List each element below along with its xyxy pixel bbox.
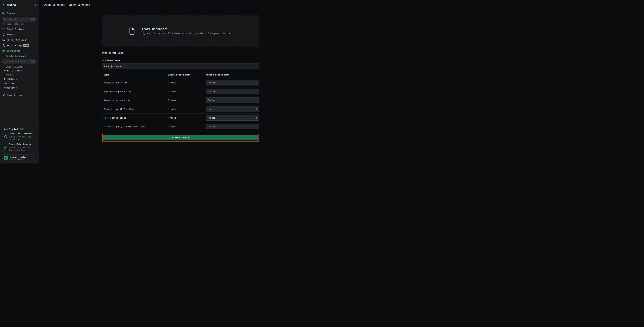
- monitor-icon: [2, 39, 5, 42]
- dashboard-item-nodejs-traces[interactable]: Node.js traces: [0, 68, 39, 73]
- preset-item-kubernetes[interactable]: Kubernetes: [0, 86, 39, 90]
- select-chevrons-icon: [256, 108, 258, 110]
- alerts-label: Alerts: [6, 33, 15, 36]
- row-mapped-cell: Traces: [204, 124, 259, 130]
- row-name: Requests by HTTP method: [102, 108, 166, 110]
- row-mapped-cell: Traces: [204, 115, 259, 120]
- saved-dashboards-input[interactable]: [7, 60, 30, 63]
- breadcrumb[interactable]: Create Dashboard > Import Dashboard: [44, 4, 90, 6]
- saved-searches-input[interactable]: [7, 18, 30, 20]
- sidebar-item-search[interactable]: Search: [0, 10, 39, 16]
- chevron-right-icon: [33, 157, 35, 159]
- search-section-icon: [2, 12, 5, 14]
- no-saved-searches-text: No saved searches: [0, 22, 39, 26]
- chevron-up-icon[interactable]: [32, 128, 35, 130]
- mapped-source-select[interactable]: Traces: [206, 80, 259, 86]
- get-started-item-connect[interactable]: Connect to ClickHouse Set up your databa…: [4, 132, 35, 141]
- row-mapped-cell: Traces: [204, 89, 259, 94]
- preset-item-services[interactable]: Services: [0, 81, 39, 86]
- select-chevrons-icon: [256, 99, 258, 102]
- gear-icon: [2, 94, 5, 96]
- sidebar-item-client-sessions[interactable]: Client Sessions: [0, 37, 39, 43]
- saved-dashboards-header[interactable]: SAVED DASHBOARDS: [0, 65, 39, 68]
- get-started-item-desc: Configure where your data comes from: [8, 146, 35, 152]
- check-circle-icon: [4, 146, 7, 149]
- saved-dashboards-search[interactable]: ⌘ K: [2, 59, 37, 64]
- avatar: D: [4, 156, 8, 160]
- column-header-name: Name: [102, 73, 166, 78]
- saved-dashboards-header-label: SAVED DASHBOARDS: [6, 66, 24, 68]
- app-title: HyperDX: [6, 4, 16, 6]
- user-email: dominic.tran@cli…: [10, 158, 28, 160]
- row-input-source: Traces: [166, 90, 204, 93]
- presets-header-label: PRESETS: [6, 74, 14, 76]
- sidebar-nav: Search ⌘ K No saved searches Chart Explo…: [0, 10, 39, 124]
- mapped-source-value: Traces: [208, 116, 216, 119]
- dashboard-name-input[interactable]: [102, 63, 259, 69]
- dashboards-icon: [2, 50, 5, 52]
- sidebar-item-team-settings[interactable]: Team Settings: [0, 92, 39, 98]
- file-icon: [128, 27, 135, 35]
- mapped-source-value: Traces: [208, 99, 216, 102]
- service-map-label: Service Map: [6, 44, 22, 47]
- mapping-table: Name Input Source Name Mapped Source Nam…: [102, 73, 259, 131]
- table-row: Requests by endpoint Traces Traces: [102, 96, 259, 105]
- sidebar-item-alerts[interactable]: Alerts: [0, 32, 39, 37]
- get-started-progress-badge: 3/3: [19, 128, 24, 130]
- chevron-up-icon[interactable]: [34, 50, 36, 52]
- dropzone-text: Import Dashboard Drag and drop a JSON fi…: [140, 27, 233, 35]
- presets-header[interactable]: PRESETS: [0, 73, 39, 77]
- finish-import-button[interactable]: Finish Import: [103, 135, 258, 140]
- row-input-source: Traces: [166, 108, 204, 110]
- mapped-source-select[interactable]: Traces: [206, 89, 259, 94]
- get-started-item-title: Create Data Sources: [8, 143, 31, 146]
- select-chevrons-icon: [256, 126, 258, 128]
- help-button[interactable]: ?: [2, 149, 6, 153]
- table-row: Requests over time Traces Traces: [102, 78, 259, 87]
- table-row: Requests by HTTP method Traces Traces: [102, 105, 259, 114]
- main-area: Create Dashboard > Import Dashboard Impo…: [39, 0, 322, 164]
- sidebar: HyperDX Search: [0, 0, 39, 164]
- service-map-icon: [2, 44, 5, 47]
- sidebar-item-chart-explorer[interactable]: Chart Explorer: [0, 26, 39, 32]
- main-content: Import Dashboard Drag and drop a JSON fi…: [39, 10, 322, 164]
- row-mapped-cell: Traces: [204, 106, 259, 112]
- sidebar-item-dashboards[interactable]: Dashboards: [0, 48, 39, 54]
- row-input-source: Traces: [166, 125, 204, 128]
- table-header-row: Name Input Source Name Mapped Source Nam…: [102, 73, 259, 78]
- dashboard-name-label: Dashboard Name: [102, 59, 259, 62]
- mapped-source-select[interactable]: Traces: [206, 124, 259, 130]
- logo-row: HyperDX: [0, 0, 39, 10]
- search-section-label: Search: [6, 12, 15, 14]
- collapse-sidebar-icon[interactable]: [34, 4, 36, 6]
- table-row: Average response time Traces Traces: [102, 87, 259, 96]
- saved-searches-shortcut: ⌘ K: [30, 18, 35, 20]
- preset-item-clickhouse[interactable]: ClickHouse: [0, 77, 39, 81]
- get-started-item-sources[interactable]: Create Data Sources Configure where your…: [4, 143, 35, 152]
- hyperdx-logo-icon: [2, 4, 5, 6]
- get-started-title: Get Started: [4, 128, 18, 130]
- sidebar-item-service-map[interactable]: Service Map BETA: [0, 43, 39, 48]
- mapped-source-value: Traces: [208, 108, 216, 110]
- create-dashboard-button[interactable]: + Create Dashboard: [0, 54, 39, 58]
- chart-explorer-icon: [2, 28, 5, 30]
- import-dropzone[interactable]: Import Dashboard Drag and drop a JSON fi…: [102, 16, 259, 46]
- search-icon: [4, 18, 6, 20]
- get-started-header[interactable]: Get Started 3/3: [4, 128, 35, 130]
- row-input-source: Traces: [166, 82, 204, 84]
- user-menu[interactable]: D dominic.tran@c… dominic.tran@cli…: [2, 154, 37, 162]
- check-circle-icon: [4, 135, 7, 138]
- row-mapped-cell: Traces: [204, 98, 259, 103]
- dashboards-label: Dashboards: [6, 50, 20, 52]
- row-name: Requests by endpoint: [102, 99, 166, 102]
- import-column: Import Dashboard Drag and drop a JSON fi…: [102, 16, 259, 142]
- chevron-up-icon[interactable]: [34, 12, 36, 14]
- mapped-source-select[interactable]: Traces: [206, 115, 259, 120]
- mapped-source-select[interactable]: Traces: [206, 106, 259, 112]
- chart-explorer-label: Chart Explorer: [6, 28, 26, 30]
- select-chevrons-icon: [256, 90, 258, 93]
- mapped-source-select[interactable]: Traces: [206, 98, 259, 103]
- mapped-source-value: Traces: [208, 82, 216, 84]
- get-started-card: Get Started 3/3 Connect to ClickHouse Se…: [2, 126, 37, 153]
- saved-searches-search[interactable]: ⌘ K: [2, 17, 37, 22]
